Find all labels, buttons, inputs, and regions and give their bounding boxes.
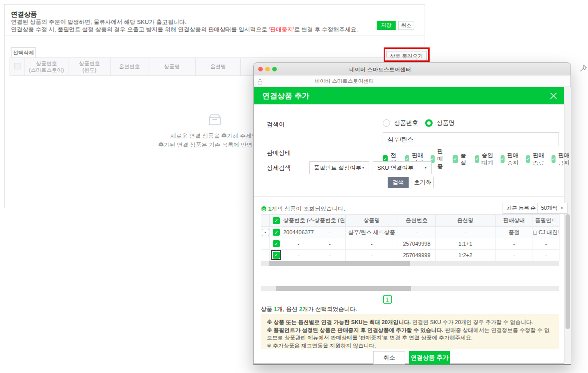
- reset-button[interactable]: 초기화: [412, 177, 434, 188]
- checkbox-sold-out[interactable]: ✓: [453, 155, 458, 163]
- cancel-button[interactable]: 취소: [398, 21, 414, 30]
- col-product-name: 상품명: [346, 215, 398, 227]
- search-results-table: ✓ 상품번호 (스... 상품번호 (윈도) 상품명 옵션번호 옵션명 판매상태…: [261, 214, 560, 261]
- description-line-2: 연결상품 수정 시, 풀필먼트 설정 상품의 경우 오출고 방지를 위해 연결상…: [11, 26, 358, 33]
- notice-line: ※ 풀필먼트가 설정된 상품은 판매중지 후 연결상품에 추가할 수 있습니다.…: [267, 327, 553, 342]
- close-icon[interactable]: [549, 91, 558, 100]
- col-product-no-window: 상품번호(윈도): [68, 58, 111, 76]
- select-all-checkbox[interactable]: [14, 63, 20, 69]
- form-divider: [254, 196, 564, 197]
- col-product-name: 상품명: [148, 58, 196, 76]
- os-titlebar: 네이버 스마트스토어센터: [254, 63, 571, 75]
- col-option-no: 옵션번호: [111, 58, 148, 76]
- chevron-down-icon: ▼: [362, 166, 365, 169]
- lock-icon: [257, 78, 263, 87]
- notice-line: ※ 추가상품은 재고연동을 지원하지 않습니다.: [267, 342, 553, 350]
- chevron-down-icon: ▼: [561, 207, 564, 210]
- vertical-scrollbar-thumb[interactable]: [566, 214, 570, 329]
- annotation-highlight-rect: [384, 47, 430, 62]
- browser-chrome-bar: 네이버 스마트스토어센터: [254, 75, 571, 87]
- result-count-text: 총 1개의 상품이 조회되었습니다.: [261, 205, 345, 213]
- modal-title: 연결상품 추가: [262, 87, 309, 104]
- select-all-results-checkbox[interactable]: ✓: [273, 217, 280, 224]
- notice-line: ※ 상품 또는 옵션별로 연결 가능한 SKU는 최대 20개입니다. 연결된 …: [267, 319, 553, 327]
- page-title: 연결상품: [11, 10, 37, 19]
- keyword-label: 검색어: [267, 120, 285, 129]
- window-minimize-traffic-light[interactable]: [265, 67, 270, 71]
- box-icon: [207, 113, 222, 126]
- pin-icon: [580, 64, 587, 74]
- status-label: 판매상태: [267, 149, 291, 157]
- selection-summary: 상품 1개, 옵션 2개가 선택되었습니다.: [261, 306, 357, 313]
- scrollbar-thumb[interactable]: [269, 261, 410, 266]
- vertical-scrollbar[interactable]: [564, 87, 571, 364]
- col-sale-status: 판매상태: [496, 215, 533, 227]
- sale-stop-highlight: '판매중지': [269, 26, 294, 32]
- page-url-title: 네이버 스마트스토어센터: [315, 78, 374, 85]
- col-option-name: 옵션명: [196, 58, 241, 76]
- col-product-no-smartstore: 상품번호(스마트스토어): [25, 58, 68, 76]
- save-button[interactable]: 저장: [377, 21, 396, 30]
- col-expand: [261, 215, 270, 227]
- focused-checkbox-outline: ✓: [271, 250, 281, 260]
- col-option-name: 옵션명: [436, 215, 496, 227]
- cj-logistics-icon: [533, 231, 537, 235]
- col-option-no: 옵션번호: [398, 215, 436, 227]
- table-row: ✓ - - - 257049998 1:1+1 - -: [261, 238, 560, 250]
- keyword-type-radios: 상품번호 상품명: [383, 119, 455, 127]
- checkbox-sale-ended[interactable]: ✓: [526, 155, 530, 163]
- outer-horizontal-scrollbar[interactable]: [261, 286, 559, 291]
- col-product-no-window: 상품번호 (윈도): [314, 215, 346, 227]
- add-connected-product-button[interactable]: 연결상품 추가: [409, 351, 450, 365]
- page: 연결상품 연결된 상품의 주문이 발생하면, 물류사에서 해당 SKU가 출고됩…: [0, 0, 588, 373]
- row-checkbox[interactable]: ✓: [273, 229, 280, 236]
- add-connected-product-window: 네이버 스마트스토어센터 네이버 스마트스토어센터 연결상품 추가 검색어 상품…: [253, 62, 571, 365]
- scrollbar-thumb[interactable]: [276, 286, 411, 291]
- table-row: ✓ - - - 257049999 1:2+2 - -: [261, 250, 560, 261]
- description-line-1: 연결된 상품의 주문이 발생하면, 물류사에서 해당 SKU가 출고됩니다.: [11, 18, 186, 26]
- search-button[interactable]: 검색: [388, 177, 409, 188]
- checkbox-sale-banned[interactable]: ✓: [552, 155, 556, 163]
- page-size-select[interactable]: 50개씩▼: [537, 203, 568, 214]
- sku-link-select[interactable]: SKU 연결여부▼: [373, 161, 432, 174]
- radio-product-name[interactable]: [425, 119, 433, 127]
- checkbox-approval-wait[interactable]: ✓: [475, 155, 479, 163]
- select-all-header: [10, 58, 25, 76]
- checkbox-sale-stopped[interactable]: ✓: [501, 155, 505, 163]
- modal-cancel-button[interactable]: 취소: [373, 351, 405, 365]
- modal-header: 연결상품 추가: [254, 87, 564, 104]
- col-fulfillment: 풀필먼트: [533, 215, 560, 227]
- radio-product-no-label: 상품번호: [394, 119, 418, 127]
- table-row: ▲ ✓ 2004406377 - 샴푸/린스 세트상품 - - 품절 CJ 대한…: [261, 227, 560, 238]
- keyword-input[interactable]: [383, 132, 559, 146]
- fulfillment-select[interactable]: 풀필먼트 설정여부▼: [309, 161, 369, 174]
- row-checkbox[interactable]: ✓: [273, 240, 280, 247]
- window-zoom-traffic-light[interactable]: [272, 67, 277, 71]
- radio-product-name-label: 상품명: [437, 119, 455, 127]
- header-divider: [4, 35, 425, 35]
- row-checkbox[interactable]: ✓: [273, 252, 280, 259]
- col-product-no-smartstore: 상품번호 (스...: [283, 215, 314, 227]
- chevron-down-icon: ▼: [424, 166, 427, 169]
- detail-search-label: 상세검색: [267, 164, 291, 172]
- col-select: ✓: [270, 215, 283, 227]
- radio-product-no[interactable]: [383, 119, 390, 127]
- collapse-row-button[interactable]: ▲: [262, 229, 269, 236]
- delete-selected-button[interactable]: 선택삭제: [11, 47, 36, 58]
- os-window-title: 네이버 스마트스토어센터: [349, 66, 411, 73]
- page-number-1[interactable]: 1: [383, 295, 392, 304]
- table-horizontal-scrollbar[interactable]: [261, 261, 559, 266]
- notice-box: ※ 상품 또는 옵션별로 연결 가능한 SKU는 최대 20개입니다. 연결된 …: [261, 314, 559, 349]
- window-close-traffic-light[interactable]: [258, 67, 263, 71]
